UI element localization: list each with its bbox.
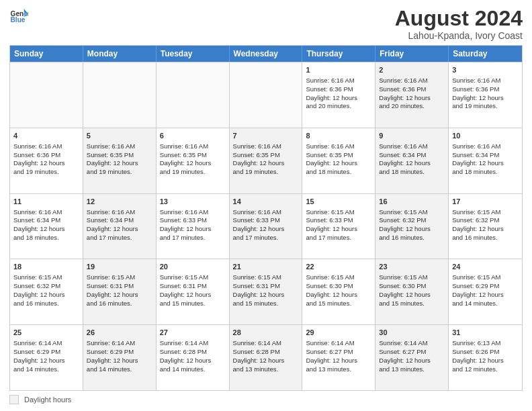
calendar-cell: 5Sunrise: 6:16 AM Sunset: 6:35 PM Daylig…	[83, 128, 157, 193]
day-number: 26	[87, 328, 152, 338]
day-number: 20	[160, 262, 226, 272]
day-info: Sunrise: 6:16 AM Sunset: 6:35 PM Dayligh…	[87, 142, 138, 175]
calendar-week: 1Sunrise: 6:16 AM Sunset: 6:36 PM Daylig…	[10, 62, 522, 128]
calendar-cell: 7Sunrise: 6:16 AM Sunset: 6:35 PM Daylig…	[230, 128, 303, 193]
day-number: 1	[306, 65, 371, 75]
svg-text:Blue: Blue	[11, 16, 26, 24]
day-info: Sunrise: 6:15 AM Sunset: 6:31 PM Dayligh…	[233, 273, 285, 306]
calendar-week: 18Sunrise: 6:15 AM Sunset: 6:32 PM Dayli…	[10, 259, 522, 324]
day-info: Sunrise: 6:16 AM Sunset: 6:36 PM Dayligh…	[379, 77, 431, 109]
day-number: 8	[306, 131, 371, 141]
calendar-cell: 28Sunrise: 6:14 AM Sunset: 6:28 PM Dayli…	[230, 325, 303, 390]
day-info: Sunrise: 6:16 AM Sunset: 6:34 PM Dayligh…	[87, 208, 138, 241]
day-info: Sunrise: 6:15 AM Sunset: 6:32 PM Dayligh…	[379, 208, 431, 241]
day-info: Sunrise: 6:16 AM Sunset: 6:33 PM Dayligh…	[160, 208, 212, 241]
day-info: Sunrise: 6:16 AM Sunset: 6:35 PM Dayligh…	[160, 142, 212, 175]
day-number: 23	[379, 262, 445, 272]
day-of-week-header: Monday	[83, 46, 157, 62]
day-number: 15	[306, 197, 371, 207]
calendar-week: 11Sunrise: 6:16 AM Sunset: 6:34 PM Dayli…	[10, 193, 522, 259]
location: Lahou-Kpanda, Ivory Coast	[395, 30, 523, 41]
day-number: 30	[379, 328, 445, 338]
day-number: 3	[452, 65, 519, 75]
day-of-week-header: Saturday	[449, 46, 522, 62]
calendar-cell	[83, 62, 157, 128]
day-number: 11	[13, 197, 79, 207]
day-number: 31	[452, 328, 519, 338]
day-info: Sunrise: 6:15 AM Sunset: 6:31 PM Dayligh…	[87, 273, 138, 306]
calendar-cell: 23Sunrise: 6:15 AM Sunset: 6:30 PM Dayli…	[375, 259, 449, 324]
calendar-header: SundayMondayTuesdayWednesdayThursdayFrid…	[10, 46, 522, 62]
day-number: 19	[87, 262, 152, 272]
day-number: 17	[452, 197, 519, 207]
calendar-cell: 10Sunrise: 6:16 AM Sunset: 6:34 PM Dayli…	[449, 128, 522, 193]
day-info: Sunrise: 6:16 AM Sunset: 6:34 PM Dayligh…	[379, 142, 431, 175]
day-info: Sunrise: 6:15 AM Sunset: 6:32 PM Dayligh…	[13, 273, 65, 306]
day-of-week-header: Sunday	[10, 46, 83, 62]
day-info: Sunrise: 6:14 AM Sunset: 6:27 PM Dayligh…	[306, 339, 357, 372]
calendar-cell: 26Sunrise: 6:14 AM Sunset: 6:29 PM Dayli…	[83, 325, 157, 390]
day-info: Sunrise: 6:14 AM Sunset: 6:28 PM Dayligh…	[160, 339, 212, 372]
day-number: 16	[379, 197, 445, 207]
day-info: Sunrise: 6:15 AM Sunset: 6:30 PM Dayligh…	[379, 273, 431, 306]
day-info: Sunrise: 6:16 AM Sunset: 6:35 PM Dayligh…	[306, 142, 357, 175]
calendar-cell: 19Sunrise: 6:15 AM Sunset: 6:31 PM Dayli…	[83, 259, 157, 324]
day-number: 22	[306, 262, 371, 272]
day-info: Sunrise: 6:15 AM Sunset: 6:29 PM Dayligh…	[452, 273, 504, 306]
day-number: 7	[233, 131, 299, 141]
day-info: Sunrise: 6:16 AM Sunset: 6:36 PM Dayligh…	[306, 77, 357, 109]
day-number: 25	[13, 328, 79, 338]
calendar-cell: 9Sunrise: 6:16 AM Sunset: 6:34 PM Daylig…	[375, 128, 449, 193]
footer: Daylight hours	[9, 395, 523, 404]
calendar-week: 25Sunrise: 6:14 AM Sunset: 6:29 PM Dayli…	[10, 324, 522, 390]
calendar-cell: 22Sunrise: 6:15 AM Sunset: 6:30 PM Dayli…	[302, 259, 375, 324]
day-number: 27	[160, 328, 226, 338]
day-number: 13	[160, 197, 226, 207]
calendar-cell: 4Sunrise: 6:16 AM Sunset: 6:36 PM Daylig…	[10, 128, 83, 193]
day-info: Sunrise: 6:15 AM Sunset: 6:32 PM Dayligh…	[452, 208, 504, 241]
day-number: 2	[379, 65, 445, 75]
calendar-body: 1Sunrise: 6:16 AM Sunset: 6:36 PM Daylig…	[10, 62, 522, 390]
calendar-cell	[157, 62, 230, 128]
month-title: August 2024	[395, 7, 523, 30]
day-of-week-header: Wednesday	[230, 46, 303, 62]
day-number: 14	[233, 197, 299, 207]
day-number: 29	[306, 328, 371, 338]
day-info: Sunrise: 6:16 AM Sunset: 6:34 PM Dayligh…	[13, 208, 65, 241]
day-info: Sunrise: 6:15 AM Sunset: 6:31 PM Dayligh…	[160, 273, 212, 306]
footer-label: Daylight hours	[24, 396, 71, 404]
calendar-cell: 21Sunrise: 6:15 AM Sunset: 6:31 PM Dayli…	[230, 259, 303, 324]
calendar-cell: 12Sunrise: 6:16 AM Sunset: 6:34 PM Dayli…	[83, 194, 157, 259]
calendar-cell: 27Sunrise: 6:14 AM Sunset: 6:28 PM Dayli…	[157, 325, 230, 390]
header: General Blue August 2024 Lahou-Kpanda, I…	[9, 7, 523, 41]
day-number: 28	[233, 328, 299, 338]
calendar-cell: 18Sunrise: 6:15 AM Sunset: 6:32 PM Dayli…	[10, 259, 83, 324]
calendar-cell: 24Sunrise: 6:15 AM Sunset: 6:29 PM Dayli…	[449, 259, 522, 324]
day-number: 24	[452, 262, 519, 272]
calendar-cell: 29Sunrise: 6:14 AM Sunset: 6:27 PM Dayli…	[302, 325, 375, 390]
calendar-cell: 11Sunrise: 6:16 AM Sunset: 6:34 PM Dayli…	[10, 194, 83, 259]
calendar-cell: 30Sunrise: 6:14 AM Sunset: 6:27 PM Dayli…	[375, 325, 449, 390]
day-number: 5	[87, 131, 152, 141]
calendar-cell: 14Sunrise: 6:16 AM Sunset: 6:33 PM Dayli…	[230, 194, 303, 259]
day-info: Sunrise: 6:16 AM Sunset: 6:33 PM Dayligh…	[233, 208, 285, 241]
calendar: SundayMondayTuesdayWednesdayThursdayFrid…	[9, 45, 523, 391]
day-info: Sunrise: 6:14 AM Sunset: 6:28 PM Dayligh…	[233, 339, 285, 372]
day-info: Sunrise: 6:14 AM Sunset: 6:29 PM Dayligh…	[87, 339, 138, 372]
day-info: Sunrise: 6:16 AM Sunset: 6:35 PM Dayligh…	[233, 142, 285, 175]
calendar-cell: 3Sunrise: 6:16 AM Sunset: 6:36 PM Daylig…	[449, 62, 522, 128]
calendar-cell	[10, 62, 83, 128]
logo: General Blue	[9, 7, 28, 26]
calendar-cell: 6Sunrise: 6:16 AM Sunset: 6:35 PM Daylig…	[157, 128, 230, 193]
day-info: Sunrise: 6:16 AM Sunset: 6:36 PM Dayligh…	[452, 77, 504, 109]
day-info: Sunrise: 6:16 AM Sunset: 6:34 PM Dayligh…	[452, 142, 504, 175]
day-info: Sunrise: 6:13 AM Sunset: 6:26 PM Dayligh…	[452, 339, 504, 372]
day-info: Sunrise: 6:14 AM Sunset: 6:29 PM Dayligh…	[13, 339, 65, 372]
day-of-week-header: Tuesday	[157, 46, 230, 62]
day-info: Sunrise: 6:15 AM Sunset: 6:33 PM Dayligh…	[306, 208, 357, 241]
day-info: Sunrise: 6:15 AM Sunset: 6:30 PM Dayligh…	[306, 273, 357, 306]
day-info: Sunrise: 6:16 AM Sunset: 6:36 PM Dayligh…	[13, 142, 65, 175]
title-block: August 2024 Lahou-Kpanda, Ivory Coast	[395, 7, 523, 41]
day-number: 9	[379, 131, 445, 141]
calendar-cell: 16Sunrise: 6:15 AM Sunset: 6:32 PM Dayli…	[375, 194, 449, 259]
